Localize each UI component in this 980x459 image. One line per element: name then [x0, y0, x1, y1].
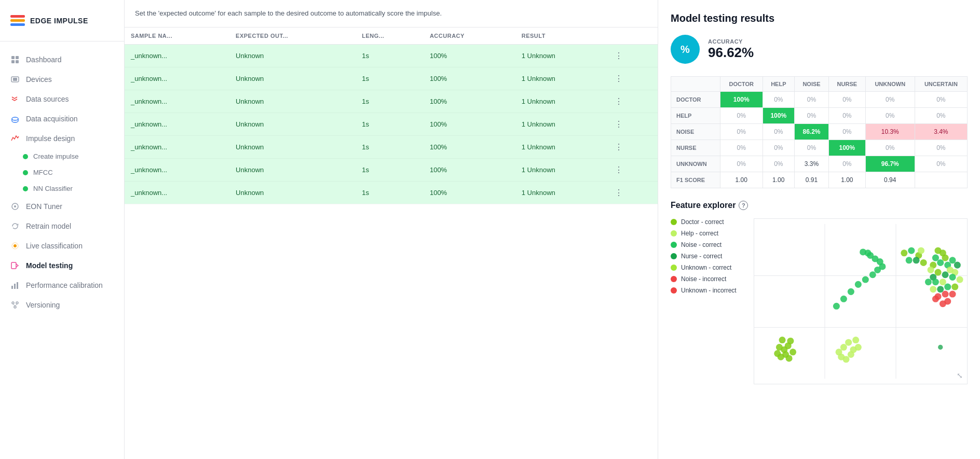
svg-line-21: [15, 304, 17, 306]
svg-point-75: [940, 279, 946, 285]
legend-item-noise: Noise - correct: [671, 241, 745, 248]
legend-label-nurse: Nurse - correct: [681, 253, 722, 260]
svg-point-79: [937, 286, 944, 293]
cell-length: 1s: [356, 67, 424, 90]
matrix-cell: 0%: [828, 92, 865, 108]
expand-icon[interactable]: ⤡: [957, 371, 963, 380]
sidebar-item-versioning[interactable]: Versioning: [0, 295, 124, 315]
matrix-cell: 100%: [720, 92, 763, 108]
svg-point-17: [12, 302, 14, 304]
svg-point-78: [951, 284, 958, 290]
matrix-cell: 1.00: [720, 172, 763, 188]
svg-point-30: [787, 338, 794, 344]
feature-explorer: Feature explorer ? Doctor - correct Help…: [671, 201, 968, 384]
svg-point-6: [12, 117, 18, 120]
legend-label-doctor: Doctor - correct: [681, 218, 724, 226]
svg-point-35: [786, 355, 793, 361]
sidebar-item-dashboard[interactable]: Dashboard: [0, 50, 124, 69]
cell-accuracy: 100%: [424, 135, 515, 158]
svg-point-34: [774, 350, 781, 357]
logo-icon: [10, 15, 25, 26]
right-panel: Model testing results % ACCURACY 96.62% …: [658, 0, 980, 459]
sidebar-item-mfcc[interactable]: MFCC: [0, 164, 124, 180]
help-icon[interactable]: ?: [739, 201, 748, 210]
results-title: Model testing results: [671, 12, 968, 24]
cell-accuracy: 100%: [424, 44, 515, 67]
sample-table: SAMPLE NA... EXPECTED OUT... LENG... ACC…: [125, 27, 658, 204]
sidebar-item-model-testing[interactable]: Model testing: [0, 256, 124, 275]
matrix-cell: 0%: [915, 92, 967, 108]
cell-actions: ⋮: [605, 181, 658, 204]
sidebar-item-create-impulse[interactable]: Create impulse: [0, 148, 124, 164]
svg-point-57: [860, 248, 866, 255]
svg-point-93: [920, 259, 927, 266]
logo-bar-yellow: [10, 19, 25, 22]
table-row: _unknown... Unknown 1s 100% 1 Unknown ⋮: [125, 158, 658, 181]
matrix-cell: 1.00: [763, 172, 795, 188]
impulse-design-label: Impulse design: [26, 134, 75, 143]
row-actions-button[interactable]: ⋮: [611, 118, 626, 130]
matrix-cell: 0%: [720, 108, 763, 124]
cell-result: 1 Unknown: [515, 113, 605, 135]
matrix-cell: 0%: [795, 140, 829, 156]
devices-label: Devices: [26, 75, 52, 84]
sidebar-item-data-sources[interactable]: Data sources: [0, 89, 124, 109]
svg-point-10: [14, 205, 16, 207]
performance-calibration-label: Performance calibration: [26, 281, 103, 289]
matrix-cell: 3.4%: [915, 124, 967, 140]
cell-result: 1 Unknown: [515, 44, 605, 67]
svg-point-44: [855, 344, 862, 351]
cell-name: _unknown...: [125, 113, 229, 135]
sidebar-item-eon-tuner[interactable]: EON Tuner: [0, 197, 124, 216]
impulse-design-icon: [10, 134, 20, 143]
matrix-row: F1 SCORE1.001.000.911.000.94: [671, 172, 968, 188]
matrix-col-header: UNCERTAIN: [915, 77, 967, 92]
matrix-row: NOISE0%0%86.2%0%10.3%3.4%: [671, 124, 968, 140]
sidebar-item-devices[interactable]: Devices: [0, 69, 124, 89]
row-actions-button[interactable]: ⋮: [611, 95, 626, 107]
devices-icon: [10, 75, 20, 84]
matrix-cell: 0%: [828, 108, 865, 124]
cell-name: _unknown...: [125, 158, 229, 181]
svg-point-74: [957, 276, 963, 283]
col-sample-name: SAMPLE NA...: [125, 27, 229, 45]
svg-point-66: [928, 267, 934, 273]
eon-tuner-icon: [10, 202, 20, 211]
row-actions-button[interactable]: ⋮: [611, 50, 626, 62]
matrix-col-header: NURSE: [828, 77, 865, 92]
matrix-cell: 1.00: [828, 172, 865, 188]
accuracy-section: % ACCURACY 96.62%: [671, 35, 968, 64]
row-actions-button[interactable]: ⋮: [611, 141, 626, 153]
sidebar-item-performance-calibration[interactable]: Performance calibration: [0, 275, 124, 295]
feature-explorer-title: Feature explorer ?: [671, 201, 968, 210]
legend-label-unknown-incorrect: Unknown - incorrect: [681, 287, 737, 294]
legend-label-unknown: Unknown - correct: [681, 264, 731, 271]
sidebar-item-retrain-model[interactable]: Retrain model: [0, 216, 124, 236]
matrix-row: NURSE0%0%0%100%0%0%: [671, 140, 968, 156]
sidebar-item-data-acquisition[interactable]: Data acquisition: [0, 109, 124, 129]
data-acquisition-icon: [10, 114, 20, 123]
row-actions-button[interactable]: ⋮: [611, 73, 626, 85]
matrix-cell: 0%: [915, 108, 967, 124]
cell-accuracy: 100%: [424, 90, 515, 113]
versioning-label: Versioning: [26, 301, 60, 309]
cell-length: 1s: [356, 113, 424, 135]
svg-point-36: [840, 344, 847, 351]
row-actions-button[interactable]: ⋮: [611, 187, 626, 199]
legend-label-noise: Noise - correct: [681, 241, 722, 248]
svg-point-70: [942, 271, 949, 278]
svg-rect-1: [16, 56, 19, 59]
sidebar-item-live-classification[interactable]: Live classification: [0, 236, 124, 256]
cell-length: 1s: [356, 44, 424, 67]
matrix-cell: 0%: [865, 140, 915, 156]
legend-label-noise-incorrect: Noise - incorrect: [681, 275, 726, 283]
data-sources-icon: [10, 94, 20, 104]
svg-point-61: [932, 255, 939, 261]
sidebar-item-impulse-design[interactable]: Impulse design: [0, 129, 124, 148]
svg-point-85: [932, 296, 939, 302]
legend-panel: Doctor - correct Help - correct Noise - …: [671, 218, 754, 384]
sidebar-item-nn-classifier[interactable]: NN Classifier: [0, 180, 124, 197]
row-actions-button[interactable]: ⋮: [611, 164, 626, 176]
svg-point-95: [938, 345, 943, 350]
matrix-cell: 0%: [828, 156, 865, 172]
